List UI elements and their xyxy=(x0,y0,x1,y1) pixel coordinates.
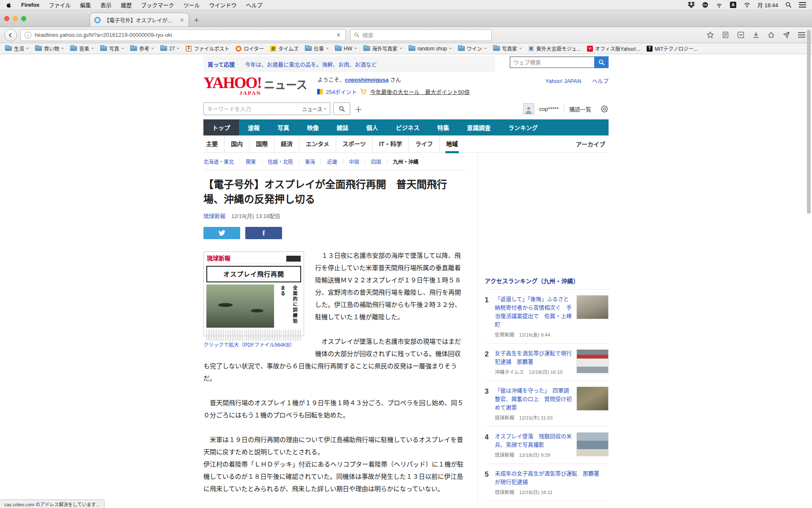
bookmark-folder-sanko[interactable]: 参考 xyxy=(130,45,154,52)
bookmark-yahoo-office[interactable]: Y!オフィス版Yahoo!... xyxy=(587,45,640,52)
nav-tab-zasshi[interactable]: 雑誌 xyxy=(328,119,357,135)
menubar-clock[interactable]: 月 18:44 xyxy=(757,1,778,9)
bookmark-filepost[interactable]: Fファイルポスト xyxy=(186,45,229,52)
article-figure[interactable]: 琉球新報 オスプレイ飛行再開 全面的に訓練始まる クリックで拡大（PDFファイル… xyxy=(203,251,304,349)
nav-tab-ishikichosa[interactable]: 意識調査 xyxy=(458,119,499,135)
page-scrollbar[interactable] xyxy=(807,30,811,214)
pocket-icon[interactable] xyxy=(737,31,744,39)
input-source-icon[interactable]: A xyxy=(730,2,737,8)
nav-tab-eizo[interactable]: 映像 xyxy=(298,119,328,135)
ranking-thumbnail[interactable] xyxy=(576,387,609,411)
share-icon[interactable] xyxy=(783,31,790,39)
yahoo-japan-link[interactable]: Yahoo! JAPAN xyxy=(546,78,582,84)
subnav-kokunai[interactable]: 国内 xyxy=(224,135,249,153)
region-tokai[interactable]: 東海 xyxy=(305,158,315,165)
subnav-life[interactable]: ライフ xyxy=(409,135,439,153)
subnav-chiiki[interactable]: 地域 xyxy=(439,135,464,153)
browser-search-box[interactable]: 検索 xyxy=(350,29,492,41)
menu-hamburger-icon[interactable] xyxy=(798,31,805,39)
web-search-button[interactable] xyxy=(594,56,609,68)
subnav-it-kagaku[interactable]: IT・科学 xyxy=(372,135,408,153)
keyboard-battery-icon[interactable] xyxy=(716,2,723,8)
nav-tab-kojin[interactable]: 個人 xyxy=(357,119,387,135)
yahoo-news-logo[interactable]: YAHOO! JAPAN ニュース xyxy=(203,75,307,97)
username-link[interactable]: coposhimoigusa xyxy=(345,77,388,83)
subnav-shuyo[interactable]: 主要 xyxy=(203,135,224,153)
help-link[interactable]: ヘルプ xyxy=(592,78,609,84)
subnav-kokusai[interactable]: 国際 xyxy=(249,135,274,153)
back-button[interactable] xyxy=(4,29,17,41)
region-hokkaido-tohoku[interactable]: 北海道・東北 xyxy=(203,158,234,165)
region-kanto[interactable]: 関東 xyxy=(246,158,256,165)
article-source-link[interactable]: 琉球新報 xyxy=(203,213,225,219)
nav-tab-business[interactable]: ビジネス xyxy=(387,119,428,135)
menubar-item-view[interactable]: 表示 xyxy=(100,1,111,9)
creative-cloud-icon[interactable]: Cc xyxy=(702,2,709,8)
region-kyushu-okinawa[interactable]: 九州・沖縄 xyxy=(393,158,418,165)
web-search-input[interactable] xyxy=(510,56,594,68)
bookmark-folder-wine[interactable]: ワイン xyxy=(458,45,487,52)
avatar[interactable] xyxy=(523,103,534,114)
site-info-icon[interactable]: i xyxy=(25,32,31,39)
bookmark-folder-kaimono[interactable]: 買い物 xyxy=(35,45,64,52)
promo-lead-link[interactable]: 買って応援 xyxy=(208,61,235,68)
dropbox-icon[interactable] xyxy=(688,2,695,8)
ranking-title-link[interactable]: 「彼は沖縄を守った」 四軍調整官、興奮の口上 質問受け初めて謝罪 xyxy=(495,387,572,412)
points-link[interactable]: 254ポイント xyxy=(326,88,357,96)
account-username[interactable]: cop***** xyxy=(539,106,559,112)
zoom-window-button[interactable] xyxy=(21,16,26,21)
apple-menu-icon[interactable] xyxy=(6,2,12,8)
archive-link[interactable]: アーカイブ xyxy=(576,140,609,148)
region-kinki[interactable]: 近畿 xyxy=(327,158,337,165)
ranking-title-link[interactable]: 「返還して」「後悔」ふるさと納税寄付者から苦情相次ぐ 手当復活議案提出で 佐賀・… xyxy=(495,295,572,329)
search-scope-selector[interactable]: ニュース xyxy=(302,105,326,113)
promo-text-link[interactable]: 今年は、お歳暮に東北の品を。海鮮、お肉、お酒など xyxy=(245,61,377,68)
sale-link[interactable]: 今年最後の大セール 最大ポイント50倍 xyxy=(370,88,469,96)
newspaper-image[interactable]: 琉球新報 オスプレイ飛行再開 全面的に訓練始まる xyxy=(203,251,304,336)
browser-tab[interactable]: 【電子号外】オスプレイが... ✕ xyxy=(90,13,189,27)
subscriptions-link[interactable]: 購読一覧 xyxy=(569,105,591,113)
new-tab-button[interactable]: + xyxy=(189,16,204,27)
spotlight-search-icon[interactable] xyxy=(785,2,792,8)
menubar-item-file[interactable]: ファイル xyxy=(49,1,71,9)
news-search-button[interactable] xyxy=(333,102,350,115)
region-shikoku[interactable]: 四国 xyxy=(371,158,381,165)
bookmark-folder-randomshop[interactable]: random shop xyxy=(409,46,452,52)
bookmark-folder-shashinka[interactable]: 写真家 xyxy=(493,45,522,52)
stop-loading-icon[interactable]: ✕ xyxy=(335,32,342,38)
ranking-title-link[interactable]: 未成年の女子高生が酒気帯び運転 那覇署が現行犯逮捕 xyxy=(495,469,604,486)
url-bar[interactable]: i headlines.yahoo.co.jp/hl?a=20161219-00… xyxy=(20,29,346,41)
notification-center-icon[interactable] xyxy=(799,2,806,8)
nav-tab-tokushu[interactable]: 特集 xyxy=(428,119,458,135)
downloads-icon[interactable] xyxy=(752,31,760,39)
bookmark-folder-hw[interactable]: HW xyxy=(335,46,357,52)
bookmark-folder-ongaku[interactable]: 音楽 xyxy=(70,45,94,52)
menubar-item-bookmarks[interactable]: ブックマーク xyxy=(141,1,174,9)
nav-tab-sokuho[interactable]: 速報 xyxy=(239,119,269,135)
bookmark-mit-tech[interactable]: TMITテクノロジー... xyxy=(647,45,698,52)
reader-mode-icon[interactable] xyxy=(722,31,729,39)
region-shinetsu-hokuriku[interactable]: 信越・北陸 xyxy=(268,158,293,165)
ranking-thumbnail[interactable] xyxy=(576,432,609,456)
subnav-keizai[interactable]: 経済 xyxy=(274,135,299,153)
menubar-item-edit[interactable]: 編集 xyxy=(80,1,91,9)
twitter-share-button[interactable] xyxy=(203,227,240,239)
add-search-tab-button[interactable]: ＋ xyxy=(354,103,362,115)
ranking-thumbnail[interactable] xyxy=(576,349,609,373)
bookmark-folder-27[interactable]: 27 xyxy=(160,46,179,52)
ranking-title-link[interactable]: 女子高生を酒気帯び運転で現行犯逮捕 那覇署 xyxy=(495,349,572,366)
news-search-input[interactable] xyxy=(207,106,302,112)
menubar-item-history[interactable]: 履歴 xyxy=(121,1,132,9)
subnav-entame[interactable]: エンタメ xyxy=(299,135,336,153)
bookmark-folder-shigoto[interactable]: 仕事 xyxy=(305,45,329,52)
bookmark-folder-kaigai[interactable]: 海外写真家 xyxy=(363,45,402,52)
region-chugoku[interactable]: 中国 xyxy=(349,158,359,165)
close-window-button[interactable] xyxy=(4,16,9,21)
ranking-title-link[interactable]: オスプレイ墜落 残骸回収の米兵、笑顔で写真撮影 xyxy=(495,432,572,449)
nav-tab-shashin[interactable]: 写真 xyxy=(269,119,298,135)
url-text[interactable]: headlines.yahoo.co.jp/hl?a=20161219-0000… xyxy=(35,32,332,38)
menubar-item-tools[interactable]: ツール xyxy=(183,1,200,9)
bookmark-star-icon[interactable] xyxy=(707,31,714,39)
figure-caption-link[interactable]: クリックで拡大（PDFファイル564KB） xyxy=(203,341,304,349)
minimize-window-button[interactable] xyxy=(13,16,18,21)
